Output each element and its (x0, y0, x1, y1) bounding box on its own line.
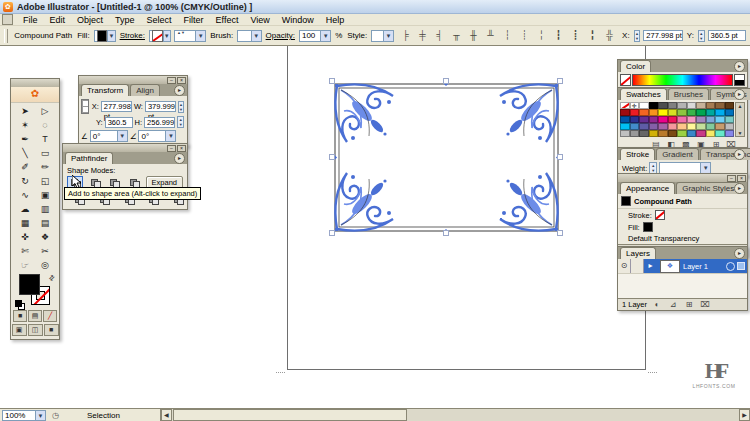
none-swatch[interactable] (620, 74, 631, 86)
swatch[interactable] (725, 109, 735, 116)
flyout-menu-icon[interactable]: ▸ (734, 248, 745, 259)
swatch[interactable] (639, 123, 649, 130)
close-icon[interactable]: × (177, 77, 186, 84)
lasso-tool[interactable]: ◌ (35, 118, 55, 132)
menu-effect[interactable]: Effect (210, 14, 245, 26)
scroll-left-icon[interactable]: ◀ (161, 409, 172, 421)
direct-selection-tool[interactable]: ▷ (35, 104, 55, 118)
stroke-color-dropdown[interactable]: ▼ (149, 30, 171, 42)
type-tool[interactable]: T (35, 132, 55, 146)
none-mode-button[interactable]: ╱ (43, 310, 57, 322)
close-icon[interactable]: × (177, 145, 186, 152)
slice-tool[interactable]: ✄ (15, 244, 35, 258)
create-sublayer-icon[interactable]: ⊿ (667, 300, 679, 309)
toolbox-drag-bar[interactable] (11, 79, 59, 87)
menu-object[interactable]: Object (71, 14, 109, 26)
swatch[interactable] (687, 116, 697, 123)
swatch[interactable] (630, 116, 640, 123)
swatch[interactable] (696, 123, 706, 130)
swatch[interactable] (630, 109, 640, 116)
default-fill-stroke-icon[interactable] (15, 300, 24, 308)
controlbar-grip[interactable] (4, 29, 8, 43)
stroke-label[interactable]: Stroke: (120, 31, 145, 40)
swatch[interactable] (696, 109, 706, 116)
zoom-level-dropdown[interactable]: 100%▼ (2, 410, 46, 421)
color-mode-button[interactable]: ■ (13, 310, 27, 322)
swatch[interactable] (677, 109, 687, 116)
distribute-right-icon[interactable]: ╏ (584, 28, 601, 43)
swatch[interactable] (677, 102, 687, 109)
swatch[interactable] (706, 130, 716, 137)
align-left-icon[interactable]: ╞ (397, 28, 414, 43)
scissors-tool[interactable]: ✂ (35, 244, 55, 258)
fill-color-dropdown[interactable]: ▼ (94, 30, 116, 42)
swatch[interactable] (639, 109, 649, 116)
pen-tool[interactable]: ✒ (15, 132, 35, 146)
tab-graphic-styles[interactable]: Graphic Styles (676, 182, 740, 194)
align-bottom-icon[interactable]: ╨ (482, 28, 499, 43)
menu-select[interactable]: Select (141, 14, 178, 26)
swatch[interactable] (725, 102, 735, 109)
flyout-menu-icon[interactable]: ▸ (734, 61, 745, 72)
tf-h-field[interactable]: 256.999 pt (144, 117, 175, 128)
warp-tool[interactable]: ∿ (15, 188, 35, 202)
swatches-scrollbar[interactable]: ▲▼ (735, 102, 745, 137)
rectangle-tool[interactable]: ▭ (35, 146, 55, 160)
align-top-icon[interactable]: ╥ (448, 28, 465, 43)
swatch[interactable] (668, 102, 678, 109)
swatch[interactable] (620, 116, 630, 123)
tab-color[interactable]: Color (620, 60, 651, 72)
scrollbar-thumb[interactable] (173, 409, 407, 421)
swatch[interactable] (706, 123, 716, 130)
visibility-eye-icon[interactable]: ⊙ (618, 259, 631, 273)
swatch[interactable] (639, 116, 649, 123)
brush-dropdown[interactable]: ▼ (237, 30, 261, 42)
tab-gradient[interactable]: Gradient (656, 148, 699, 160)
swatch[interactable] (658, 116, 668, 123)
swatch[interactable] (658, 109, 668, 116)
scale-tool[interactable]: ◱ (35, 174, 55, 188)
swatch[interactable] (649, 123, 659, 130)
swatch[interactable] (677, 123, 687, 130)
swatch[interactable] (706, 116, 716, 123)
swatch[interactable] (696, 130, 706, 137)
swatch[interactable] (677, 130, 687, 137)
swatch[interactable] (715, 116, 725, 123)
tab-transform[interactable]: Transform (81, 84, 129, 96)
shear-dropdown[interactable]: 0°▼ (138, 130, 176, 142)
free-transform-tool[interactable]: ▣ (35, 188, 55, 202)
swatch[interactable]: ✛ (630, 102, 640, 109)
lock-toggle[interactable] (631, 259, 644, 273)
horizontal-scrollbar[interactable]: ◀ ▶ (161, 409, 750, 421)
fullscreen-button[interactable]: ■ (44, 324, 59, 336)
gradient-tool[interactable]: ▤ (35, 216, 55, 230)
swatch[interactable] (639, 130, 649, 137)
symbol-sprayer-tool[interactable]: ☁ (15, 202, 35, 216)
hand-tool[interactable]: ☞ (15, 258, 35, 272)
stroke-weight-dropdown[interactable]: ▲▼▼ (174, 30, 206, 42)
swatch[interactable] (630, 130, 640, 137)
tab-align[interactable]: Align (130, 84, 160, 96)
opacity-field[interactable]: 100▼ (299, 30, 331, 42)
tf-spin-1[interactable]: ▲▼ (178, 101, 184, 113)
tab-swatches[interactable]: Swatches (620, 88, 667, 100)
distribute-top-icon[interactable]: ┆ (499, 28, 516, 43)
appearance-fill-row[interactable]: Fill: (618, 221, 747, 233)
swatch[interactable] (649, 116, 659, 123)
standard-screen-button[interactable]: ▣ (12, 324, 27, 336)
align-right-icon[interactable]: ╡ (431, 28, 448, 43)
swatch[interactable] (725, 123, 735, 130)
swap-fill-stroke-icon[interactable]: ⇄ (47, 273, 57, 283)
opacity-label[interactable]: Opacity: (266, 31, 295, 40)
swatch[interactable] (715, 109, 725, 116)
swatch[interactable] (620, 130, 630, 137)
distribute-h-center-icon[interactable]: ┋ (567, 28, 584, 43)
swatch[interactable] (639, 102, 649, 109)
zoom-tool[interactable]: ◎ (35, 258, 55, 272)
distribute-bottom-icon[interactable]: ╎ (533, 28, 550, 43)
swatch[interactable] (620, 123, 630, 130)
menu-edit[interactable]: Edit (44, 14, 72, 26)
tf-x-field[interactable]: 277.998 pt (101, 101, 132, 112)
new-layer-icon[interactable]: ⊞ (683, 300, 695, 309)
paintbrush-tool[interactable]: ✐ (15, 160, 35, 174)
